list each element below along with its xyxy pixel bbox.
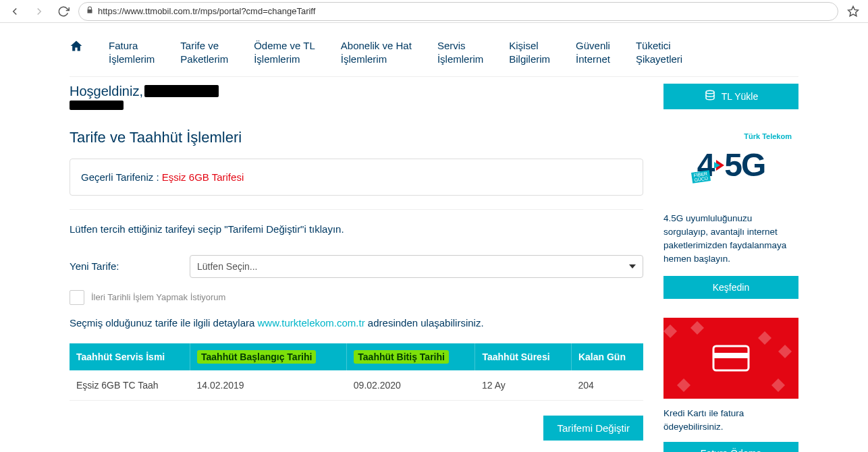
change-tariff-button[interactable]: Tarifemi Değiştir <box>543 416 643 441</box>
th-remaining: Kalan Gün <box>571 343 643 370</box>
nav-tuketici[interactable]: Tüketici Şikayetleri <box>636 39 682 67</box>
home-icon[interactable] <box>70 39 83 55</box>
tl-yukle-button[interactable]: TL Yükle <box>663 84 798 109</box>
nav-tarife[interactable]: Tarife ve Paketlerim <box>180 39 228 67</box>
current-tariff-label: Geçerli Tarifeniz : <box>81 171 159 183</box>
sidebar: TL Yükle Türk Telekom 4 5 G FİBER GÜCÜ 4… <box>663 84 798 453</box>
svg-marker-11 <box>778 345 792 358</box>
brand-label: Türk Telekom <box>744 132 792 140</box>
current-tariff-box: Geçerli Tarifeniz : Eşsiz 6GB Tarifesi <box>70 159 643 196</box>
back-button[interactable] <box>5 2 24 21</box>
chevron-down-icon <box>629 261 636 272</box>
nav-guvenli[interactable]: Güvenli İnternet <box>576 39 610 67</box>
svg-marker-7 <box>690 321 704 335</box>
details-link[interactable]: www.turktelekom.com.tr <box>257 317 364 329</box>
instruction-text: Lütfen tercih ettiğiniz tarifeyi seçip "… <box>70 223 643 235</box>
table-row: Eşsiz 6GB TC Taah 14.02.2019 09.02.2020 … <box>70 370 643 401</box>
promo-credit-card <box>663 318 798 399</box>
promo-4-5g: Türk Telekom 4 5 G FİBER GÜCÜ 4.5G uyuml… <box>663 128 798 299</box>
nav-servis[interactable]: Servis İşlemlerim <box>437 39 483 67</box>
url-text: https://www.ttmobil.com.tr/mps/portal?cm… <box>98 6 315 16</box>
nav-abonelik[interactable]: Abonelik ve Hat İşlemlerim <box>341 39 412 67</box>
th-duration: Taahhüt Süresi <box>475 343 571 370</box>
coins-icon <box>704 89 716 103</box>
th-start: Taahhüt Başlangıç Tarihi <box>190 343 347 370</box>
browser-toolbar: https://www.ttmobil.com.tr/mps/portal?cm… <box>0 0 868 23</box>
commitment-table: Taahhüt Servis İsmi Taahhüt Başlangıç Ta… <box>70 343 643 401</box>
bookmark-star-icon[interactable] <box>844 5 863 18</box>
svg-marker-9 <box>758 331 771 345</box>
promo1-text: 4.5G uyumluluğunuzu sorgulayıp, avantajl… <box>663 212 798 266</box>
future-date-label: İleri Tarihli İşlem Yapmak İstiyorum <box>91 292 225 302</box>
svg-marker-10 <box>677 378 690 392</box>
nav-fatura[interactable]: Fatura İşlemlerim <box>109 39 155 67</box>
nav-kisisel[interactable]: Kişisel Bilgilerim <box>509 39 550 67</box>
th-service: Taahhüt Servis İsmi <box>70 343 190 370</box>
fatura-odeme-button[interactable]: Fatura Ödeme <box>663 442 798 452</box>
page-title: Tarife ve Taahhüt İşlemleri <box>70 129 643 146</box>
address-bar[interactable]: https://www.ttmobil.com.tr/mps/portal?cm… <box>78 2 838 21</box>
forward-button[interactable] <box>30 2 49 21</box>
welcome-text: Hoşgeldiniz, <box>70 84 643 99</box>
lock-icon <box>86 6 94 16</box>
nav-odeme[interactable]: Ödeme ve TL İşlemlerim <box>254 39 315 67</box>
kesfedin-button[interactable]: Keşfedin <box>663 276 798 299</box>
main-nav: Fatura İşlemlerim Tarife ve Paketlerim Ö… <box>70 30 798 77</box>
new-tariff-select[interactable]: Lütfen Seçin... <box>190 255 643 278</box>
th-end: Taahhüt Bitiş Tarihi <box>347 343 475 370</box>
new-tariff-label: Yeni Tarife: <box>70 260 171 272</box>
fiber-badge: FİBER GÜCÜ <box>691 170 711 183</box>
svg-marker-6 <box>663 324 677 338</box>
redacted-sub <box>70 101 124 110</box>
reload-button[interactable] <box>54 2 73 21</box>
current-tariff-name: Eşsiz 6GB Tarifesi <box>162 171 244 183</box>
select-placeholder: Lütfen Seçin... <box>197 261 258 272</box>
redacted-name <box>144 85 219 97</box>
svg-marker-8 <box>771 378 785 392</box>
main-content: Hoşgeldiniz, Tarife ve Taahhüt İşlemleri… <box>70 84 643 453</box>
future-date-checkbox[interactable] <box>70 290 84 305</box>
details-text: Seçmiş olduğunuz tarife ile ilgili detay… <box>70 317 643 329</box>
svg-marker-0 <box>848 6 859 16</box>
svg-point-1 <box>706 90 714 94</box>
promo2-text: Kredi Kartı ile fatura ödeyebilirsiniz. <box>663 407 798 434</box>
